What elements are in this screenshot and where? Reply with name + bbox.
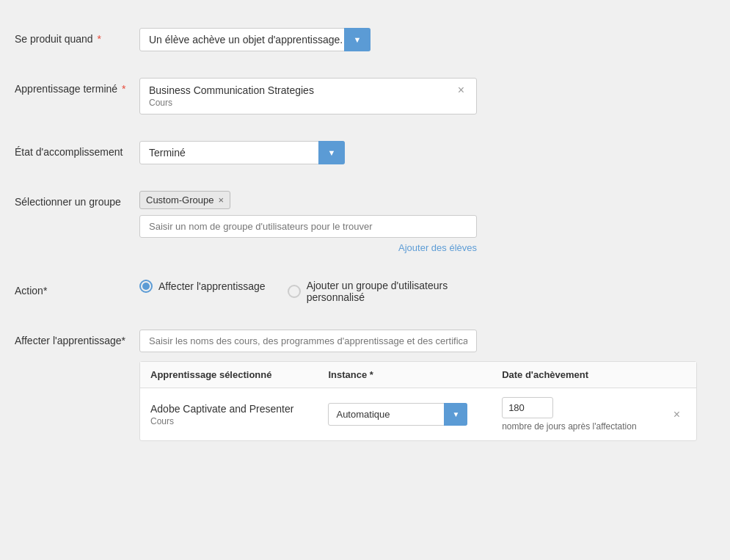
instance-cell: Automatique bbox=[318, 388, 492, 441]
affecter-apprentissage-field: Apprentissage sélectionné Instance * Dat… bbox=[139, 330, 715, 441]
col-apprentissage-selectionne: Apprentissage sélectionné bbox=[140, 362, 318, 388]
se-produit-quand-select[interactable]: Un élève achève un objet d'apprentissage… bbox=[139, 28, 371, 51]
group-search-input[interactable] bbox=[139, 215, 477, 238]
item-type: Cours bbox=[149, 98, 314, 108]
selectionner-groupe-row: Sélectionner un groupe Custom-Groupe × A… bbox=[15, 178, 715, 266]
learning-item-box: Business Communication Strategies Cours … bbox=[139, 78, 477, 114]
affecter-apprentissage-row: Affecter l'apprentissage* Apprentissage … bbox=[15, 316, 715, 454]
action-radio-group: Affecter l'apprentissage Ajouter un grou… bbox=[139, 280, 715, 303]
radio-ajouter[interactable] bbox=[288, 285, 301, 298]
date-achevement-cell: nombre de jours après l'affectation bbox=[492, 388, 660, 441]
se-produit-quand-row: Se produit quand * Un élève achève un ob… bbox=[15, 15, 715, 65]
radio-option-ajouter[interactable]: Ajouter un groupe d'utilisateurspersonna… bbox=[288, 280, 448, 303]
table-header-row: Apprentissage sélectionné Instance * Dat… bbox=[140, 362, 696, 388]
learning-item-content: Business Communication Strategies Cours bbox=[149, 84, 314, 108]
group-tag-custom: Custom-Groupe × bbox=[139, 191, 230, 209]
course-type: Cours bbox=[150, 416, 307, 426]
remove-group-tag-button[interactable]: × bbox=[218, 195, 224, 205]
action-field: Affecter l'apprentissage Ajouter un grou… bbox=[139, 280, 715, 303]
group-tag-label: Custom-Groupe bbox=[146, 194, 213, 206]
etat-accomplissement-row: État d'accomplissement TerminéEn coursNo… bbox=[15, 128, 715, 178]
selectionner-groupe-label: Sélectionner un groupe bbox=[15, 191, 139, 210]
form-container: Se produit quand * Un élève achève un ob… bbox=[15, 15, 715, 454]
col-instance: Instance * bbox=[318, 362, 492, 388]
etat-accomplissement-field: TerminéEn coursNon commencéÉchoué bbox=[139, 141, 715, 164]
etat-accomplissement-label: État d'accomplissement bbox=[15, 141, 139, 160]
days-label: nombre de jours après l'affectation bbox=[502, 421, 650, 432]
col-actions bbox=[660, 362, 696, 388]
required-indicator-2: * bbox=[119, 83, 125, 95]
affecter-apprentissage-label: Affecter l'apprentissage* bbox=[15, 330, 139, 349]
radio-affecter-label: Affecter l'apprentissage bbox=[158, 280, 266, 292]
se-produit-quand-field: Un élève achève un objet d'apprentissage… bbox=[139, 28, 715, 51]
col-date-achevement: Date d'achèvement bbox=[492, 362, 660, 388]
days-input[interactable] bbox=[502, 397, 553, 418]
delete-row-button[interactable]: × bbox=[671, 408, 683, 421]
days-input-wrapper: nombre de jours après l'affectation bbox=[502, 397, 650, 432]
radio-ajouter-label: Ajouter un groupe d'utilisateurspersonna… bbox=[307, 280, 448, 303]
remove-learning-item-button[interactable]: × bbox=[455, 84, 467, 96]
etat-select-wrapper: TerminéEn coursNon commencéÉchoué bbox=[139, 141, 345, 164]
learning-table: Apprentissage sélectionné Instance * Dat… bbox=[140, 362, 696, 440]
table-row: Adobe Captivate and Presenter Cours Auto… bbox=[140, 388, 696, 441]
learning-table-wrapper: Apprentissage sélectionné Instance * Dat… bbox=[139, 361, 697, 441]
required-indicator: * bbox=[95, 33, 101, 45]
se-produit-quand-label: Se produit quand * bbox=[15, 28, 139, 47]
row-actions-cell: × bbox=[660, 388, 696, 441]
instance-select[interactable]: Automatique bbox=[328, 403, 467, 426]
course-title: Adobe Captivate and Presenter bbox=[150, 403, 307, 415]
group-tags: Custom-Groupe × bbox=[139, 191, 715, 209]
course-info-cell: Adobe Captivate and Presenter Cours bbox=[140, 388, 318, 441]
apprentissage-termine-label: Apprentissage terminé * bbox=[15, 78, 139, 97]
action-label: Action* bbox=[15, 280, 139, 299]
assign-learning-search-input[interactable] bbox=[139, 330, 477, 352]
radio-option-affecter[interactable]: Affecter l'apprentissage bbox=[139, 280, 266, 293]
selectionner-groupe-field: Custom-Groupe × Ajouter des élèves bbox=[139, 191, 715, 253]
etat-accomplissement-select[interactable]: TerminéEn coursNon commencéÉchoué bbox=[139, 141, 345, 164]
apprentissage-termine-field: Business Communication Strategies Cours … bbox=[139, 78, 715, 114]
action-row: Action* Affecter l'apprentissage Ajouter… bbox=[15, 266, 715, 316]
add-students-link[interactable]: Ajouter des élèves bbox=[139, 242, 477, 253]
apprentissage-termine-row: Apprentissage terminé * Business Communi… bbox=[15, 65, 715, 128]
item-title: Business Communication Strategies bbox=[149, 84, 314, 96]
se-produit-quand-select-wrapper: Un élève achève un objet d'apprentissage… bbox=[139, 28, 371, 51]
instance-select-wrapper: Automatique bbox=[328, 403, 467, 426]
radio-affecter[interactable] bbox=[139, 280, 153, 293]
